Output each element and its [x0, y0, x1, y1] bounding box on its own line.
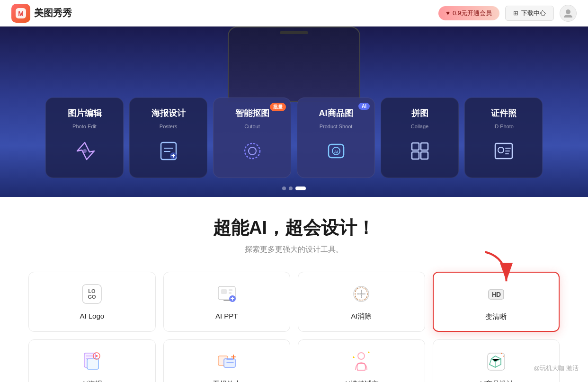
- card-posters-icon: [153, 136, 184, 166]
- card-collage-icon: [405, 136, 435, 166]
- card-posters-title-en: Posters: [160, 124, 177, 129]
- bulk-badge: 批量: [270, 103, 286, 111]
- ai-product-icon: [484, 349, 508, 374]
- tool-grid-row2: AI海报 无损放大: [28, 339, 560, 382]
- lossless-zoom-label: 无损放大: [213, 380, 241, 382]
- card-id-title-en: ID Photo: [493, 124, 514, 129]
- card-cutout-icon: [237, 136, 267, 166]
- ai-erase-icon: [349, 282, 374, 306]
- svg-rect-15: [421, 152, 428, 159]
- ai-model-icon: [349, 349, 374, 374]
- svg-text:LO: LO: [89, 288, 96, 294]
- hd-clear-label: 变清晰: [485, 312, 507, 321]
- svg-text:AI: AI: [334, 150, 338, 154]
- vip-button[interactable]: ♥ 0.9元开通会员: [438, 6, 499, 20]
- card-photo-edit-title-zh: 图片编辑: [68, 107, 102, 119]
- svg-rect-32: [87, 359, 98, 369]
- main-section: 超能AI，超会设计！ 探索更多更强大的设计工具。 LO GO AI Logo: [0, 197, 588, 382]
- svg-rect-14: [412, 152, 419, 159]
- phone-hero: [228, 27, 360, 102]
- vip-label: 0.9元开通会员: [453, 9, 492, 18]
- ai-logo-label: AI Logo: [80, 312, 104, 320]
- ai-logo-icon: LO GO: [80, 282, 104, 306]
- logo-icon: M: [11, 4, 30, 23]
- dot-3[interactable]: [295, 187, 306, 190]
- heart-icon: ♥: [446, 9, 450, 17]
- ai-product-label: AI商品设计: [479, 380, 514, 382]
- svg-point-8: [249, 147, 256, 155]
- download-icon: ⊞: [513, 9, 518, 17]
- tool-ai-model[interactable]: AI模特试衣: [298, 339, 425, 382]
- card-collage[interactable]: 拼图 Collage: [381, 98, 459, 178]
- card-product-icon: AI: [321, 136, 351, 166]
- ai-poster-icon: [80, 349, 104, 374]
- card-collage-title-zh: 拼图: [411, 107, 428, 119]
- ai-ppt-icon: [214, 282, 239, 306]
- card-product-shoot[interactable]: AI AI商品图 Product Shoot AI: [297, 98, 375, 178]
- tool-ai-product[interactable]: AI商品设计: [433, 339, 560, 382]
- card-id-title-zh: 证件照: [491, 107, 517, 119]
- hd-clear-icon: HD: [484, 282, 508, 307]
- card-cutout[interactable]: 批量 智能抠图 Cutout: [213, 98, 291, 178]
- logo-area: M 美图秀秀: [11, 4, 72, 23]
- svg-text:M: M: [18, 10, 24, 18]
- watermark-suffix: 激活: [566, 364, 579, 372]
- svg-point-2: [566, 9, 570, 14]
- card-posters[interactable]: 海报设计 Posters: [129, 98, 207, 178]
- download-label: 下载中心: [521, 9, 546, 18]
- svg-rect-24: [221, 289, 227, 294]
- watermark-text: @玩机大咖: [534, 364, 564, 372]
- svg-point-7: [245, 143, 260, 159]
- download-button[interactable]: ⊞ 下载中心: [505, 6, 554, 21]
- ai-badge: AI: [358, 103, 370, 110]
- header: M 美图秀秀 ♥ 0.9元开通会员 ⊞ 下载中心: [0, 0, 588, 27]
- header-actions: ♥ 0.9元开通会员 ⊞ 下载中心: [438, 5, 577, 22]
- tool-lossless-zoom[interactable]: 无损放大: [163, 339, 291, 382]
- ai-ppt-label: AI PPT: [215, 312, 238, 320]
- tool-ai-ppt[interactable]: AI PPT: [163, 272, 291, 332]
- svg-rect-25: [229, 289, 232, 291]
- feature-cards-row: 图片编辑 Photo Edit 海报设计 Posters: [0, 98, 588, 197]
- card-photo-edit[interactable]: 图片编辑 Photo Edit: [45, 98, 124, 178]
- ai-model-label: AI模特试衣: [344, 380, 379, 382]
- hero-banner: 图片编辑 Photo Edit 海报设计 Posters: [0, 27, 588, 197]
- watermark: @玩机大咖 激活: [534, 364, 579, 373]
- card-posters-title-zh: 海报设计: [151, 107, 186, 119]
- tool-ai-logo[interactable]: LO GO AI Logo: [28, 272, 156, 332]
- card-cutout-title-en: Cutout: [244, 124, 259, 129]
- card-photo-edit-icon: [70, 136, 100, 166]
- tool-ai-erase[interactable]: AI消除: [298, 272, 425, 332]
- card-cutout-title-zh: 智能抠图: [235, 107, 269, 119]
- card-photo-edit-title-en: Photo Edit: [72, 124, 97, 129]
- avatar-button[interactable]: [560, 5, 577, 22]
- svg-text:HD: HD: [492, 291, 501, 298]
- svg-rect-12: [412, 143, 419, 150]
- ai-poster-label: AI海报: [81, 380, 102, 382]
- carousel-dots: [282, 187, 306, 190]
- dot-2[interactable]: [289, 187, 293, 190]
- svg-point-4: [83, 149, 87, 153]
- svg-point-36: [358, 353, 365, 359]
- svg-rect-26: [229, 292, 232, 294]
- ai-erase-label: AI消除: [351, 312, 372, 321]
- tool-hd-clear[interactable]: HD 变清晰: [433, 272, 560, 332]
- card-product-title-en: Product Shoot: [320, 124, 353, 129]
- section-subtitle: 探索更多更强大的设计工具。: [28, 245, 560, 255]
- card-product-title-zh: AI商品图: [319, 107, 353, 119]
- section-title: 超能AI，超会设计！: [28, 216, 560, 240]
- logo-text: 美图秀秀: [34, 7, 72, 19]
- lossless-zoom-icon: [214, 349, 239, 374]
- svg-rect-13: [421, 143, 428, 150]
- tool-grid-row1: LO GO AI Logo AI PPT: [28, 272, 560, 332]
- svg-point-17: [498, 147, 504, 153]
- card-id-icon: [489, 136, 519, 166]
- card-id-photo[interactable]: 证件照 ID Photo: [464, 98, 543, 178]
- tool-ai-poster[interactable]: AI海报: [28, 339, 156, 382]
- dot-1[interactable]: [282, 187, 286, 190]
- card-collage-title-en: Collage: [411, 124, 428, 129]
- svg-text:GO: GO: [88, 294, 97, 300]
